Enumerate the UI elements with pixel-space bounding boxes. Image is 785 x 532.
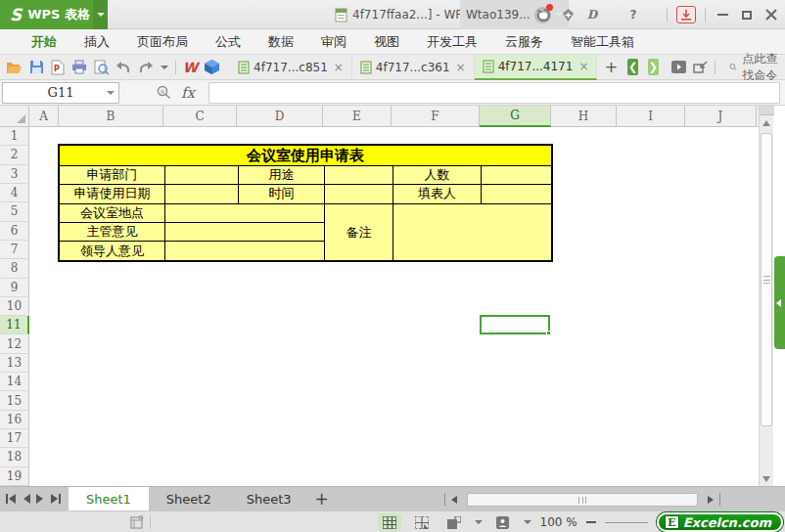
row-header[interactable]: 4 bbox=[0, 184, 29, 202]
signature-tool-button[interactable]: D bbox=[584, 7, 600, 22]
select-all-corner[interactable] bbox=[0, 106, 29, 127]
row-header[interactable]: 16 bbox=[0, 411, 29, 429]
tab-back-button[interactable]: ❮ bbox=[627, 59, 638, 75]
form-input-cell[interactable] bbox=[165, 185, 239, 203]
fill-handle[interactable] bbox=[546, 331, 551, 335]
menu-tab[interactable]: 公式 bbox=[202, 29, 254, 55]
form-input-cell[interactable] bbox=[325, 166, 393, 185]
wps-writer-icon[interactable]: W bbox=[183, 59, 198, 76]
member-gem-icon[interactable] bbox=[560, 7, 576, 22]
form-label-cell[interactable]: 人数 bbox=[393, 166, 482, 185]
help-button[interactable]: ? bbox=[625, 7, 641, 22]
form-input-cell[interactable] bbox=[165, 204, 325, 223]
side-panel-handle[interactable] bbox=[774, 256, 785, 349]
row-header[interactable]: 1 bbox=[0, 127, 29, 146]
document-tab[interactable]: 4f717...4171× bbox=[475, 55, 598, 80]
sheet-tab[interactable]: Sheet2 bbox=[149, 487, 229, 510]
column-header[interactable]: G bbox=[480, 106, 551, 127]
close-tab-icon[interactable]: × bbox=[456, 61, 466, 74]
menu-tab[interactable]: 视图 bbox=[360, 29, 413, 55]
download-button[interactable] bbox=[676, 6, 696, 23]
page-layout-view-button[interactable] bbox=[442, 513, 466, 531]
open-file-button[interactable] bbox=[6, 59, 23, 76]
scroll-up-arrow[interactable] bbox=[762, 120, 770, 126]
scroll-right-arrow[interactable] bbox=[708, 496, 714, 504]
export-pdf-button[interactable]: P bbox=[51, 59, 65, 76]
form-label-cell[interactable]: 用途 bbox=[239, 166, 325, 185]
sheet-tab[interactable]: Sheet1 bbox=[69, 487, 149, 510]
form-label-cell[interactable]: 填表人 bbox=[393, 185, 482, 203]
form-input-cell[interactable] bbox=[482, 166, 551, 185]
column-header[interactable]: C bbox=[163, 106, 237, 127]
form-label-cell[interactable]: 会议室地点 bbox=[60, 204, 165, 223]
menu-tab[interactable]: 审阅 bbox=[307, 29, 360, 55]
row-header[interactable]: 13 bbox=[0, 354, 29, 373]
scroll-down-arrow[interactable] bbox=[762, 476, 770, 482]
form-title-cell[interactable]: 会议室使用申请表 bbox=[60, 146, 551, 166]
wps-logo[interactable]: S WPS 表格 bbox=[0, 0, 98, 29]
column-header[interactable]: H bbox=[551, 106, 617, 127]
print-button[interactable] bbox=[71, 59, 87, 76]
column-header[interactable]: E bbox=[323, 106, 392, 127]
menu-tab[interactable]: 插入 bbox=[70, 29, 123, 55]
row-header[interactable]: 17 bbox=[0, 429, 29, 448]
menu-tab[interactable]: 页面布局 bbox=[123, 29, 202, 55]
minimize-button[interactable] bbox=[715, 7, 730, 22]
next-sheet-button[interactable] bbox=[36, 494, 44, 504]
horizontal-scroll-thumb[interactable] bbox=[467, 493, 698, 507]
normal-view-button[interactable] bbox=[378, 513, 401, 531]
form-input-cell[interactable] bbox=[482, 185, 551, 203]
zoom-slider[interactable] bbox=[605, 522, 648, 523]
row-header[interactable]: 6 bbox=[0, 222, 29, 241]
undo-button[interactable] bbox=[115, 59, 131, 76]
row-header[interactable]: 10 bbox=[0, 297, 29, 316]
magnifier-icon[interactable]: R bbox=[157, 85, 171, 100]
document-tab[interactable]: 4f717...c361× bbox=[352, 55, 475, 80]
command-search[interactable]: 点此查找命令 bbox=[729, 51, 785, 84]
logo-dropdown-button[interactable] bbox=[93, 0, 108, 29]
vertical-scroll-thumb[interactable] bbox=[761, 133, 772, 426]
menu-tab[interactable]: 云服务 bbox=[491, 29, 557, 55]
form-input-cell[interactable] bbox=[165, 223, 325, 242]
column-header[interactable]: J bbox=[685, 106, 757, 127]
row-header[interactable]: 2 bbox=[0, 146, 29, 164]
last-sheet-button[interactable] bbox=[50, 494, 61, 504]
wps-box-icon[interactable] bbox=[205, 59, 219, 76]
meeting-room-form-table[interactable]: 会议室使用申请表 申请部门 用途 人数 申请使用日期 时间 填表人 会议室地点 … bbox=[58, 144, 553, 262]
tab-forward-button[interactable]: ❯ bbox=[648, 59, 659, 75]
column-header[interactable]: A bbox=[29, 106, 59, 127]
form-label-cell[interactable]: 主管意见 bbox=[60, 223, 165, 242]
row-header[interactable]: 19 bbox=[0, 467, 29, 486]
row-header[interactable]: 8 bbox=[0, 259, 29, 278]
print-preview-button[interactable] bbox=[94, 59, 109, 76]
insert-function-button[interactable]: fx bbox=[181, 84, 195, 102]
form-label-cell[interactable]: 申请部门 bbox=[60, 166, 165, 185]
reading-mode-button[interactable] bbox=[491, 513, 515, 531]
row-header[interactable]: 11 bbox=[0, 316, 29, 334]
close-tab-icon[interactable]: × bbox=[578, 60, 588, 73]
first-sheet-button[interactable] bbox=[6, 494, 17, 504]
row-header[interactable]: 12 bbox=[0, 334, 29, 353]
split-pane-handle[interactable] bbox=[760, 106, 774, 115]
row-header[interactable]: 9 bbox=[0, 279, 29, 297]
horizontal-scrollbar[interactable] bbox=[439, 487, 758, 511]
new-document-tab-button[interactable]: + bbox=[604, 58, 618, 76]
form-input-cell[interactable] bbox=[325, 185, 393, 203]
close-tab-icon[interactable]: × bbox=[334, 61, 344, 74]
sheet-tab[interactable]: Sheet3 bbox=[229, 487, 309, 510]
form-input-cell[interactable] bbox=[165, 242, 325, 260]
name-box[interactable]: G11 bbox=[2, 82, 119, 104]
toolbar-more-dropdown[interactable] bbox=[161, 66, 168, 69]
document-tab[interactable]: 4f717...c851× bbox=[230, 55, 352, 80]
presentation-mode-button[interactable] bbox=[671, 59, 686, 76]
form-input-cell[interactable] bbox=[393, 204, 551, 261]
redo-button[interactable] bbox=[138, 59, 154, 76]
row-header[interactable]: 7 bbox=[0, 241, 29, 259]
maximize-button[interactable] bbox=[739, 7, 755, 22]
form-label-cell[interactable]: 申请使用日期 bbox=[60, 185, 165, 203]
row-header[interactable]: 3 bbox=[0, 165, 29, 184]
menu-tab[interactable]: 开始 bbox=[18, 29, 70, 55]
selected-cell-G11[interactable] bbox=[480, 315, 550, 334]
form-input-cell[interactable] bbox=[165, 166, 239, 185]
column-header[interactable]: F bbox=[392, 106, 480, 127]
